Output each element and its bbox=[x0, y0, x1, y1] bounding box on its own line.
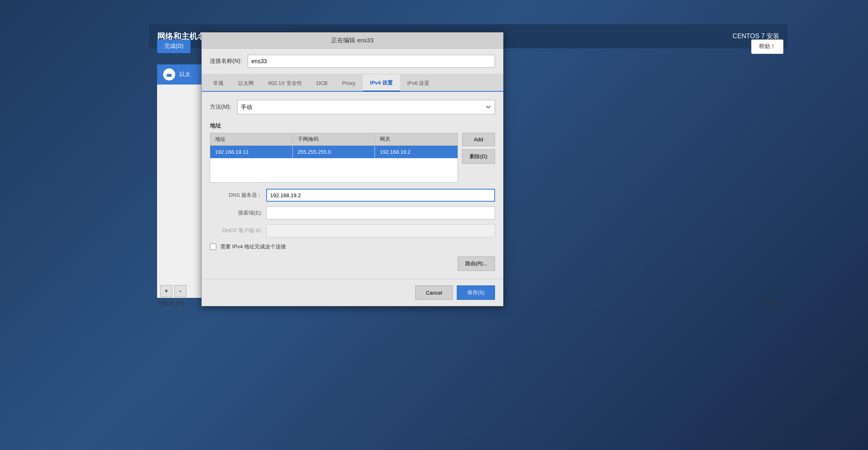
add-remove-bar: + - bbox=[157, 282, 190, 300]
dhcp-row: DHCP 客户端 ID: bbox=[210, 224, 495, 237]
col-gateway-header: 网关 bbox=[375, 133, 458, 145]
search-input[interactable] bbox=[266, 206, 495, 219]
complete-button[interactable]: 完成(D) bbox=[157, 39, 191, 53]
hostname-label: 主机名 (H) bbox=[157, 300, 183, 306]
edit-connection-dialog: 正在编辑 ens33 连接名称(N): 常规 以太网 802.1X 安全性 DC… bbox=[201, 32, 503, 306]
method-row: 方法(M): 手动 自动(DHCP) 仅链接本地 共享到其他计算机 禁用 bbox=[210, 100, 495, 114]
dialog-titlebar: 正在编辑 ens33 bbox=[202, 33, 503, 49]
cell-gateway: 192.168.19.2 bbox=[375, 146, 458, 158]
method-label: 方法(M): bbox=[210, 103, 231, 111]
dns-row: DNS 服务器： bbox=[210, 189, 495, 202]
add-address-button[interactable]: Add bbox=[462, 133, 495, 146]
table-header: 地址 子网掩码 网关 bbox=[210, 133, 458, 146]
ipv4-required-label: 需要 IPv4 地址完成这个连接 bbox=[220, 243, 286, 250]
tab-security[interactable]: 802.1X 安全性 bbox=[261, 74, 309, 91]
cancel-button[interactable]: Cancel bbox=[415, 285, 452, 300]
network-header-text: 以太 bbox=[179, 71, 191, 78]
col-subnet-header: 子网掩码 bbox=[293, 133, 375, 145]
search-label: 搜索域(E): bbox=[210, 209, 262, 217]
dns-label: DNS 服务器： bbox=[210, 192, 262, 199]
conn-name-input[interactable] bbox=[248, 55, 495, 68]
route-btn-container: 路由(R)... bbox=[210, 256, 495, 271]
route-button[interactable]: 路由(R)... bbox=[458, 256, 495, 271]
remove-network-button[interactable]: - bbox=[174, 285, 186, 297]
tab-ipv4[interactable]: IPv4 设置 bbox=[363, 74, 400, 92]
tab-general[interactable]: 常规 bbox=[206, 74, 231, 91]
dhcp-input bbox=[266, 224, 495, 237]
table-row[interactable]: 192.168.19.11 255.255.255.0 192.168.19.2 bbox=[210, 146, 458, 158]
svg-rect-1 bbox=[168, 73, 168, 74]
table-empty-space bbox=[210, 158, 458, 182]
ipv4-required-checkbox[interactable] bbox=[210, 244, 216, 250]
cell-subnet: 255.255.255.0 bbox=[293, 146, 375, 158]
dns-input[interactable] bbox=[266, 189, 495, 202]
conn-name-label: 连接名称(N): bbox=[210, 58, 242, 65]
hostname-bar: 主机名 (H) bbox=[157, 300, 183, 307]
address-table-container: 地址 子网掩码 网关 192.168.19.11 255.255.255.0 1… bbox=[210, 133, 495, 183]
address-buttons: Add 删除(D) bbox=[462, 133, 495, 183]
add-network-button[interactable]: + bbox=[160, 285, 172, 297]
ipv4-required-row: 需要 IPv4 地址完成这个连接 bbox=[210, 243, 495, 250]
method-select[interactable]: 手动 自动(DHCP) 仅链接本地 共享到其他计算机 禁用 bbox=[237, 100, 495, 114]
ipv4-content: 方法(M): 手动 自动(DHCP) 仅链接本地 共享到其他计算机 禁用 地址 … bbox=[202, 92, 503, 279]
col-address-header: 地址 bbox=[210, 133, 293, 145]
network-icon bbox=[163, 68, 175, 81]
tab-dcb[interactable]: DCB bbox=[309, 74, 335, 91]
dialog-buttons: Cancel 保存(S) bbox=[202, 279, 503, 306]
address-table: 地址 子网掩码 网关 192.168.19.11 255.255.255.0 1… bbox=[210, 133, 458, 183]
ethernet-icon bbox=[166, 71, 172, 78]
search-domain-row: 搜索域(E): bbox=[210, 206, 495, 219]
svg-rect-0 bbox=[167, 74, 172, 77]
tab-ipv6[interactable]: IPv6 设置 bbox=[400, 74, 437, 91]
delete-address-button[interactable]: 删除(D) bbox=[462, 149, 495, 164]
tab-proxy[interactable]: Proxy bbox=[335, 74, 363, 91]
tab-ethernet[interactable]: 以太网 bbox=[231, 74, 261, 91]
address-section-title: 地址 bbox=[210, 122, 495, 130]
dialog-title: 正在编辑 ens33 bbox=[331, 37, 373, 43]
cell-address: 192.168.19.11 bbox=[210, 146, 293, 158]
tabs-bar: 常规 以太网 802.1X 安全性 DCB Proxy IPv4 设置 IPv6… bbox=[202, 74, 503, 92]
svg-rect-3 bbox=[170, 73, 171, 74]
help-button[interactable]: 帮助！ bbox=[751, 39, 783, 54]
master-text: master bbox=[762, 300, 779, 306]
svg-rect-2 bbox=[169, 73, 170, 74]
save-button[interactable]: 保存(S) bbox=[457, 285, 495, 300]
connection-name-row: 连接名称(N): bbox=[202, 49, 503, 74]
dhcp-label: DHCP 客户端 ID: bbox=[210, 227, 262, 234]
